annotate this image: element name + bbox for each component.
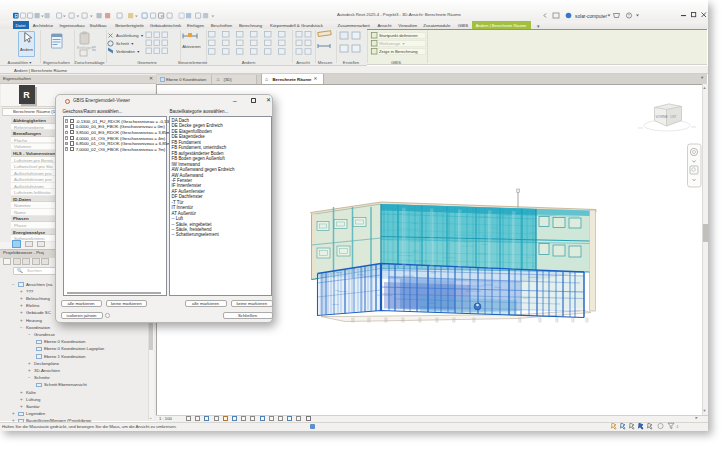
svg-text::1: :1 xyxy=(676,425,679,429)
svg-text:OST: OST xyxy=(670,115,677,119)
svg-text:solar-computer: solar-computer xyxy=(575,14,607,19)
svg-text:VORNE: VORNE xyxy=(656,115,669,119)
svg-text:Einfügen: Einfügen xyxy=(77,45,94,50)
svg-text:R: R xyxy=(14,13,18,19)
